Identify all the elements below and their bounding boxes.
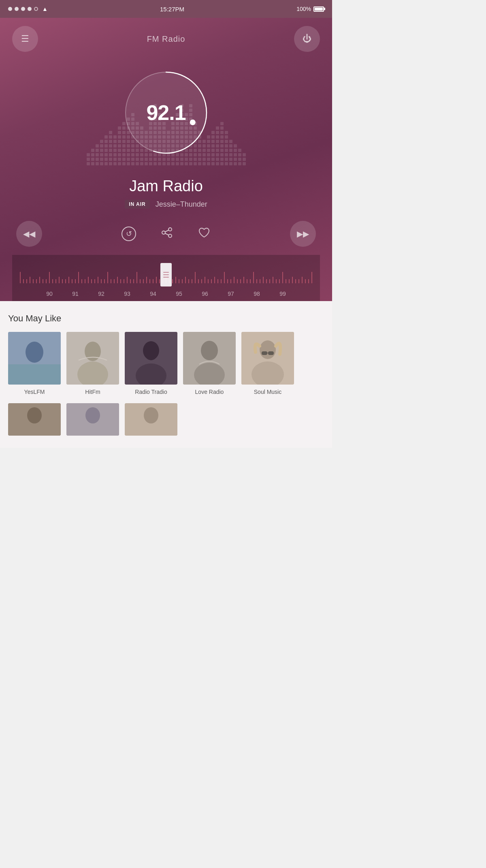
- radiotradio-artwork: [125, 332, 177, 385]
- signal-dot-1: [8, 7, 12, 11]
- svg-point-4: [162, 231, 165, 234]
- svg-point-13: [85, 342, 101, 361]
- status-time: 15:27PM: [160, 6, 184, 13]
- radio-item-loveradio[interactable]: Love Radio: [183, 332, 236, 395]
- app-header: ☰ FM Radio ⏻: [12, 26, 320, 52]
- repeat-button[interactable]: ↺: [122, 227, 136, 241]
- partial-thumb-2: [66, 403, 119, 436]
- battery-percentage: 100%: [296, 6, 311, 12]
- signal-dot-5: [34, 7, 38, 11]
- station-info: Jam Radio IN AIR Jessie–Thunder: [12, 169, 320, 213]
- freq-num-98: 98: [244, 291, 270, 297]
- radio-section: ☰ FM Radio ⏻ // Generate equalizer bar p…: [0, 18, 332, 301]
- radio-label-yeslfm: YesLFM: [24, 389, 45, 395]
- freq-num-93: 93: [114, 291, 140, 297]
- status-bar: ▲ 15:27PM 100%: [0, 0, 332, 18]
- app-title: FM Radio: [147, 34, 185, 44]
- battery-area: 100%: [296, 6, 324, 12]
- wifi-icon: ▲: [42, 6, 48, 12]
- freq-num-96: 96: [192, 291, 218, 297]
- svg-point-31: [85, 407, 100, 423]
- yeslfm-artwork: [8, 332, 61, 385]
- recommendations-title: You May Like: [8, 313, 324, 324]
- heart-icon: [198, 229, 211, 242]
- soulmusic-artwork: [241, 332, 294, 385]
- partial-artwork-1: [8, 403, 61, 436]
- radio-label-radiotradio: Radio Tradio: [135, 389, 167, 395]
- radio-thumb-radiotradio: [125, 332, 177, 385]
- radio-thumb-loveradio: [183, 332, 236, 385]
- action-icons: ↺: [122, 226, 211, 242]
- fast-forward-button[interactable]: ▶▶: [290, 221, 316, 247]
- battery-fill: [315, 8, 323, 11]
- signal-area: ▲: [8, 6, 48, 12]
- rewind-icon: ◀◀: [23, 229, 35, 239]
- radio-thumb-hitfm: [66, 332, 119, 385]
- radio-item-soulmusic[interactable]: Soul Music: [241, 332, 294, 395]
- battery-icon: [313, 6, 324, 12]
- station-meta: IN AIR Jessie–Thunder: [12, 200, 320, 209]
- freq-numbers: 90 91 92 93 94 95 96 97 98 99: [12, 287, 320, 297]
- partial-artwork-2: [66, 403, 119, 436]
- svg-point-5: [168, 234, 172, 237]
- svg-rect-11: [8, 364, 61, 385]
- power-icon: ⏻: [303, 34, 311, 44]
- equalizer-container: // Generate equalizer bar pattern inline…: [12, 60, 320, 165]
- freq-scale: (function() { const container = document…: [12, 263, 320, 287]
- freq-num-97: 97: [218, 291, 244, 297]
- menu-button[interactable]: ☰: [12, 26, 38, 52]
- loveradio-artwork: [183, 332, 236, 385]
- hitfm-artwork: [66, 332, 119, 385]
- radio-thumb-yeslfm: [8, 332, 61, 385]
- svg-line-7: [165, 233, 168, 235]
- signal-dot-3: [21, 7, 25, 11]
- svg-point-29: [27, 407, 42, 423]
- svg-point-3: [168, 228, 172, 231]
- needle-lines: [163, 272, 169, 278]
- station-name: Jam Radio: [12, 177, 320, 195]
- radio-grid: YesLFM HitFm R: [8, 332, 324, 395]
- now-playing-text: Jessie–Thunder: [156, 200, 207, 209]
- svg-point-9: [26, 342, 43, 363]
- recommendations-section: You May Like YesLFM: [0, 301, 332, 448]
- radio-item-radiotradio[interactable]: Radio Tradio: [125, 332, 177, 395]
- svg-point-20: [201, 341, 218, 360]
- partial-thumb-3: [125, 403, 177, 436]
- svg-line-6: [165, 230, 168, 232]
- freq-num-99: 99: [270, 291, 296, 297]
- radio-grid-second: [8, 403, 324, 436]
- needle-line-3: [163, 277, 169, 278]
- freq-num-94: 94: [140, 291, 166, 297]
- radio-thumb-soulmusic: [241, 332, 294, 385]
- svg-rect-25: [262, 351, 267, 355]
- share-icon: [160, 229, 173, 242]
- in-air-badge: IN AIR: [125, 200, 150, 209]
- frequency-tuner[interactable]: (function() { const container = document…: [12, 255, 320, 301]
- needle-line-2: [163, 274, 169, 275]
- share-button[interactable]: [160, 226, 173, 242]
- power-button[interactable]: ⏻: [294, 26, 320, 52]
- menu-icon: ☰: [21, 34, 29, 44]
- radio-item-hitfm[interactable]: HitFm: [66, 332, 119, 395]
- radio-label-hitfm: HitFm: [85, 389, 100, 395]
- svg-rect-18: [145, 344, 157, 360]
- svg-point-33: [144, 407, 158, 423]
- rewind-button[interactable]: ◀◀: [16, 221, 42, 247]
- fast-forward-icon: ▶▶: [297, 229, 309, 239]
- freq-needle: [160, 263, 172, 286]
- frequency-display: 92.1: [146, 100, 185, 125]
- radio-label-loveradio: Love Radio: [195, 389, 224, 395]
- repeat-icon: ↺: [122, 227, 136, 241]
- freq-num-91: 91: [62, 291, 88, 297]
- freq-num-92: 92: [88, 291, 114, 297]
- freq-num-95: 95: [166, 291, 192, 297]
- svg-rect-26: [268, 351, 274, 355]
- radio-label-soulmusic: Soul Music: [254, 389, 281, 395]
- svg-point-23: [260, 340, 276, 359]
- tuner-circle[interactable]: 92.1: [122, 68, 211, 157]
- partial-thumb-1: [8, 403, 61, 436]
- favorite-button[interactable]: [198, 226, 211, 242]
- signal-dot-4: [28, 7, 32, 11]
- controls-row: ◀◀ ↺: [12, 213, 320, 255]
- radio-item-yeslfm[interactable]: YesLFM: [8, 332, 61, 395]
